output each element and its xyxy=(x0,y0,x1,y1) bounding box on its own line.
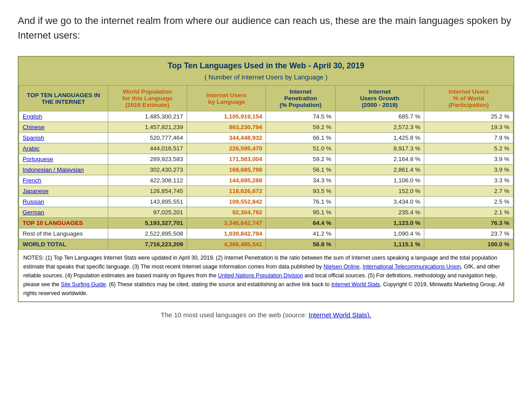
penetration-cell: 74.5 % xyxy=(266,111,335,122)
intro-paragraph: And if we go to the internet realm from … xyxy=(18,13,514,43)
caption: The 10 most used languages on the web (s… xyxy=(18,311,514,319)
internet-users-cell: 169,685,798 xyxy=(187,165,266,175)
surfing-guide-link[interactable]: Site Surfing Guide xyxy=(61,281,106,288)
table-subtitle: ( Number of Internet Users by Language ) xyxy=(19,72,513,85)
language-cell[interactable]: Indonesian / Malaysian xyxy=(19,165,108,175)
language-link[interactable]: Portuguese xyxy=(23,156,53,162)
penetration-cell: 34.3 % xyxy=(266,175,335,186)
growth-cell: 152.0 % xyxy=(335,186,424,197)
internet-users-cell: 144,695,288 xyxy=(187,175,266,186)
language-link[interactable]: Chinese xyxy=(23,124,45,130)
internet-users-cell: 118,626,672 xyxy=(187,186,266,197)
world-pct-cell: 25.2 % xyxy=(424,111,513,122)
population-cell: 302,430,273 xyxy=(108,165,187,175)
growth-cell: 1,106.0 % xyxy=(335,175,424,186)
population-cell: 5,193,327,701 xyxy=(108,218,187,229)
language-cell: Rest of the Languages xyxy=(19,229,108,239)
language-cell[interactable]: Chinese xyxy=(19,122,108,133)
world-pct-cell: 2.5 % xyxy=(424,197,513,207)
language-cell: WORLD TOTAL xyxy=(19,239,108,250)
growth-cell: 1,115.1 % xyxy=(335,239,424,250)
penetration-cell: 41.2 % xyxy=(266,229,335,239)
penetration-cell: 56.8 % xyxy=(266,239,335,250)
table-row: German97,025,20192,304,79295.1 %235.4 %2… xyxy=(19,207,513,218)
population-cell: 289,923,583 xyxy=(108,154,187,165)
language-cell[interactable]: Japanese xyxy=(19,186,108,197)
col-header-world-pct: Internet Users % of World (Participation… xyxy=(424,86,513,111)
population-cell: 444,016,517 xyxy=(108,143,187,154)
language-link[interactable]: Spanish xyxy=(23,134,44,141)
growth-cell: 235.4 % xyxy=(335,207,424,218)
iws-link[interactable]: Internet World Stats xyxy=(331,281,380,288)
world-pct-cell: 76.3 % xyxy=(424,218,513,229)
world-pct-cell: 3.3 % xyxy=(424,175,513,186)
table-row: Arabic444,016,517226,595,47051.0 %8,917.… xyxy=(19,143,513,154)
population-cell: 2,522,895,508 xyxy=(108,229,187,239)
population-cell: 126,854,745 xyxy=(108,186,187,197)
penetration-cell: 76.1 % xyxy=(266,197,335,207)
language-cell[interactable]: German xyxy=(19,207,108,218)
penetration-cell: 59.2 % xyxy=(266,122,335,133)
growth-cell: 2,164.8 % xyxy=(335,154,424,165)
col-header-languages: TOP TEN LANGUAGES IN THE INTERNET xyxy=(19,86,108,111)
col-header-growth: Internet Users Growth (2000 - 2019) xyxy=(335,86,424,111)
table-row: French422,308,112144,695,28834.3 %1,106.… xyxy=(19,175,513,186)
internet-users-cell: 226,595,470 xyxy=(187,143,266,154)
table-row: Portuguese289,923,583171,583,00459.2 %2,… xyxy=(19,154,513,165)
population-cell: 97,025,201 xyxy=(108,207,187,218)
world-pct-cell: 5.2 % xyxy=(424,143,513,154)
itu-link[interactable]: International Telecommunications Union xyxy=(363,264,461,270)
growth-cell: 2,572.3 % xyxy=(335,122,424,133)
internet-users-cell: 863,230,794 xyxy=(187,122,266,133)
language-link[interactable]: Arabic xyxy=(23,145,39,152)
penetration-cell: 64.4 % xyxy=(266,218,335,229)
population-cell: 1,457,821,239 xyxy=(108,122,187,133)
table-row: Indonesian / Malaysian302,430,273169,685… xyxy=(19,165,513,175)
penetration-cell: 56.1 % xyxy=(266,165,335,175)
population-cell: 143,895,551 xyxy=(108,197,187,207)
un-link[interactable]: United Nations Population Division xyxy=(218,272,303,279)
growth-cell: 3,434.0 % xyxy=(335,197,424,207)
penetration-cell: 59.2 % xyxy=(266,154,335,165)
caption-link[interactable]: Internet World Stats). xyxy=(309,311,371,319)
col-header-world-pop: World Population for this Language (2019… xyxy=(108,86,187,111)
world-pct-cell: 3.9 % xyxy=(424,165,513,175)
language-link[interactable]: French xyxy=(23,177,41,184)
table-title: Top Ten Languages Used in the Web - Apri… xyxy=(19,57,513,72)
world-pct-cell: 2.7 % xyxy=(424,186,513,197)
table-row: WORLD TOTAL7,716,223,2094,386,485,54156.… xyxy=(19,239,513,250)
penetration-cell: 51.0 % xyxy=(266,143,335,154)
languages-table: TOP TEN LANGUAGES IN THE INTERNET World … xyxy=(19,85,513,301)
world-pct-cell: 100.0 % xyxy=(424,239,513,250)
language-cell[interactable]: Spanish xyxy=(19,133,108,143)
growth-cell: 685.7 % xyxy=(335,111,424,122)
language-cell[interactable]: English xyxy=(19,111,108,122)
nielsen-link[interactable]: Nielsen Online xyxy=(324,264,360,270)
table-row: English1,485,300,2171,105,919,15474.5 %6… xyxy=(19,111,513,122)
language-link[interactable]: English xyxy=(23,113,42,120)
col-header-internet-users: Internet Users by Language xyxy=(187,86,266,111)
language-cell[interactable]: French xyxy=(19,175,108,186)
penetration-cell: 95.1 % xyxy=(266,207,335,218)
internet-users-cell: 1,105,919,154 xyxy=(187,111,266,122)
penetration-cell: 93.5 % xyxy=(266,186,335,197)
language-link[interactable]: Indonesian / Malaysian xyxy=(23,166,84,173)
internet-users-cell: 3,346,642,747 xyxy=(187,218,266,229)
penetration-cell: 66.1 % xyxy=(266,133,335,143)
notes-cell: NOTES: (1) Top Ten Languages Internet St… xyxy=(19,250,513,302)
world-pct-cell: 3.9 % xyxy=(424,154,513,165)
language-cell[interactable]: Portuguese xyxy=(19,154,108,165)
language-link[interactable]: Russian xyxy=(23,198,44,205)
language-cell[interactable]: Arabic xyxy=(19,143,108,154)
world-pct-cell: 23.7 % xyxy=(424,229,513,239)
population-cell: 1,485,300,217 xyxy=(108,111,187,122)
population-cell: 7,716,223,209 xyxy=(108,239,187,250)
table-row: Spanish520,777,464344,448,93266.1 %1,425… xyxy=(19,133,513,143)
internet-users-cell: 4,386,485,541 xyxy=(187,239,266,250)
internet-users-cell: 109,552,842 xyxy=(187,197,266,207)
internet-users-cell: 344,448,932 xyxy=(187,133,266,143)
language-link[interactable]: German xyxy=(23,209,44,216)
language-link[interactable]: Japanese xyxy=(23,188,49,194)
growth-cell: 2,861.4 % xyxy=(335,165,424,175)
language-cell[interactable]: Russian xyxy=(19,197,108,207)
